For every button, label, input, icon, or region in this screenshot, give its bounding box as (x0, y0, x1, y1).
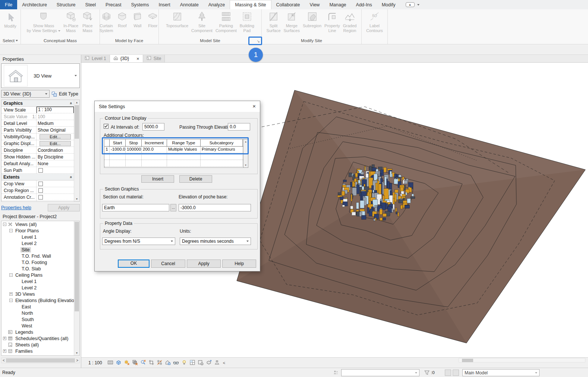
active-workset-combo[interactable] (341, 369, 419, 376)
property-value[interactable]: Coordination (36, 147, 74, 153)
tab-steel[interactable]: Steel (81, 0, 101, 9)
scroll-left-icon[interactable]: < (3, 358, 5, 363)
ribbon-button-building-pad[interactable]: BuildingPad (239, 10, 255, 33)
tree-item-west[interactable]: West (1, 323, 79, 329)
crop-view-icon[interactable] (148, 359, 154, 367)
property-value[interactable] (36, 167, 74, 173)
ribbon-button-in-place-mass[interactable]: In-PlaceMass (62, 10, 79, 33)
units-select[interactable]: Degrees minutes seconds (180, 238, 251, 245)
dialog-apply-button[interactable]: Apply (187, 260, 221, 268)
modify-button[interactable]: Modify (3, 10, 17, 29)
tree-item-level-2[interactable]: Level 2 (1, 285, 79, 291)
show-rendering-icon[interactable] (140, 359, 146, 367)
property-value[interactable]: None (36, 160, 74, 167)
tab-add-ins[interactable]: Add-Ins (351, 0, 377, 9)
checkbox[interactable] (38, 195, 43, 200)
checkbox[interactable] (38, 202, 43, 202)
tree-horizontal-scrollbar[interactable]: < > (1, 358, 80, 363)
table-cell[interactable]: 100000 (126, 147, 142, 153)
at-intervals-input[interactable]: 5000.0 (142, 123, 164, 131)
select-by-id-toggle[interactable] (453, 370, 459, 376)
instance-combo[interactable]: 3D View: {3D} (1, 90, 50, 98)
close-icon[interactable]: × (252, 103, 256, 109)
property-value[interactable]: 1 : 100 (36, 107, 74, 113)
tab-view[interactable]: View (305, 0, 325, 9)
reveal-constraints-icon[interactable] (214, 359, 220, 367)
tree-item-t-o-footing[interactable]: T.O. Footing (1, 259, 79, 266)
tree-item-floor-plans[interactable]: -Floor Plans (1, 227, 79, 234)
property-value[interactable]: Medium (36, 120, 74, 126)
canvas-horizontal-scrollbar[interactable] (459, 358, 585, 362)
tree-item-ceiling-plans[interactable]: -Ceiling Plans (1, 272, 79, 278)
visual-style-icon[interactable] (116, 359, 122, 367)
ribbon-button-graded-region[interactable]: GradedRegion (342, 10, 358, 33)
table-scrollbar[interactable]: ▲ ▼ (243, 139, 248, 167)
cancel-button[interactable]: Cancel (151, 260, 185, 268)
ribbon-button-site-component[interactable]: SiteComponent (190, 10, 214, 33)
properties-scrollbar[interactable]: ▲ ▼ (74, 100, 79, 201)
ribbon-button-wall[interactable]: Wall (130, 10, 145, 28)
type-selector[interactable]: 3D View (1, 63, 80, 88)
checkbox[interactable] (38, 168, 43, 173)
property-section-extents[interactable]: Extents« (1, 174, 74, 180)
tree-item-sheets-all[interactable]: Sheets (all) (1, 342, 79, 348)
angle-display-select[interactable]: Degrees from N/S (102, 238, 175, 245)
collapse-section-icon[interactable]: « (69, 102, 73, 104)
tree-item-t-o-slab[interactable]: T.O. Slab (1, 266, 79, 272)
dialog-title[interactable]: Site Settings (95, 101, 260, 112)
collapse-icon[interactable]: - (9, 299, 13, 302)
filter-icon[interactable] (424, 370, 430, 376)
tree-item-level-1[interactable]: Level 1 (1, 234, 79, 240)
ribbon-button-curtain-system[interactable]: CurtainSystem (98, 10, 114, 33)
collapse-icon[interactable]: - (3, 223, 6, 226)
tree-item-south[interactable]: South (1, 316, 79, 323)
checkbox[interactable] (38, 188, 43, 193)
additional-contours-table[interactable]: StartStopIncrementRange TypeSubcategory1… (104, 139, 248, 168)
collapse-icon[interactable]: - (9, 273, 13, 277)
sun-path-icon[interactable] (124, 359, 130, 367)
tree-item-t-o-fnd-wall[interactable]: T.O. Fnd. Wall (1, 253, 79, 259)
tab-annotate[interactable]: Annotate (175, 0, 204, 9)
property-value[interactable] (36, 201, 74, 202)
tree-item-level-2[interactable]: Level 2 (1, 240, 79, 246)
property-value[interactable]: Edit... (36, 140, 74, 147)
tab-insert[interactable]: Insert (154, 0, 175, 9)
tree-item-families[interactable]: +Families (1, 348, 79, 354)
ribbon-button-toposurface[interactable]: Toposurface (165, 10, 189, 28)
tab-modify[interactable]: Modify (377, 0, 400, 9)
expand-icon[interactable]: + (9, 292, 13, 296)
scroll-right-icon[interactable]: > (76, 358, 78, 363)
temporary-hide-isolate-icon[interactable] (173, 359, 179, 367)
tree-scrollbar[interactable]: ▼ (74, 221, 79, 355)
scrollbar-thumb[interactable] (462, 359, 473, 362)
expand-icon[interactable]: + (3, 337, 6, 340)
scroll-up-icon[interactable]: ▲ (243, 139, 248, 144)
scrollbar-thumb[interactable] (75, 105, 79, 139)
view-tab-3d[interactable]: {3D}× (110, 55, 143, 62)
ribbon-button-place-mass[interactable]: PlaceMass (80, 10, 95, 33)
design-option-combo[interactable]: Main Model (462, 369, 540, 376)
tree-item-legends[interactable]: Legends (1, 329, 79, 335)
ribbon-button-merge-surfaces[interactable]: MergeSurfaces (283, 10, 301, 33)
ribbon-button-split-surface[interactable]: SplitSurface (265, 10, 282, 33)
tab-file[interactable]: File (0, 0, 17, 9)
table-row[interactable]: 1-1000.0100000200.0Multiple ValuesPrimar… (104, 147, 243, 153)
tab-analyze[interactable]: Analyze (204, 0, 230, 9)
scroll-down-icon[interactable]: ▼ (74, 197, 79, 201)
collapse-icon[interactable]: - (9, 229, 13, 232)
reveal-hidden-elements-icon[interactable] (181, 359, 187, 367)
insert-button[interactable]: Insert (141, 175, 174, 183)
tree-item-elevations-building-elevation[interactable]: -Elevations (Building Elevation (1, 297, 79, 304)
property-value[interactable]: 100 (36, 113, 74, 120)
scrollbar-thumb[interactable] (75, 222, 79, 311)
ribbon-button-label-contours[interactable]: 50LabelContours (365, 10, 384, 33)
tab-structure[interactable]: Structure (52, 0, 81, 9)
tree-item-schedules-quantities-all[interactable]: +Schedules/Quantities (all) (1, 335, 79, 342)
unlocked-view-icon[interactable] (165, 359, 171, 367)
ok-button[interactable]: OK (118, 260, 150, 268)
tab-manage[interactable]: Manage (324, 0, 351, 9)
tree-item-3d-views[interactable]: +3D Views (1, 291, 79, 297)
tree-item-views-all[interactable]: -Views (all) (1, 221, 79, 227)
ribbon-button-floor[interactable]: Floor (145, 10, 160, 28)
ribbon-button-parking-component[interactable]: ParkingComponent (214, 10, 238, 33)
